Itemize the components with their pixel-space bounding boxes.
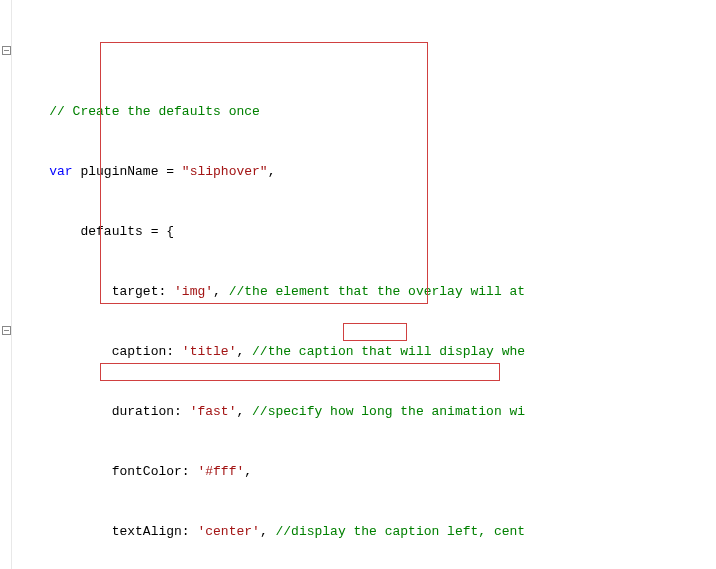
comment: //the caption that will display whe	[252, 344, 525, 359]
text: textAlign:	[112, 524, 198, 539]
text: target:	[112, 284, 174, 299]
string: 'img'	[174, 284, 213, 299]
text: ,	[236, 344, 252, 359]
text: ,	[236, 404, 252, 419]
string: 'center'	[197, 524, 259, 539]
code-editor[interactable]: // Create the defaults once var pluginNa…	[0, 0, 716, 569]
text: duration:	[112, 404, 190, 419]
text: ,	[213, 284, 229, 299]
text: ,	[268, 164, 276, 179]
text: defaults = {	[80, 224, 174, 239]
comment: // Create the defaults once	[49, 104, 260, 119]
code-area[interactable]: // Create the defaults once var pluginNa…	[18, 62, 716, 569]
string: "sliphover"	[182, 164, 268, 179]
comment: //display the caption left, cent	[275, 524, 525, 539]
string: 'fast'	[190, 404, 237, 419]
text: caption:	[112, 344, 182, 359]
comment: //specify how long the animation wi	[252, 404, 525, 419]
fold-marker-icon[interactable]	[2, 326, 11, 335]
comment: //the element that the overlay will at	[229, 284, 525, 299]
text: fontColor:	[112, 464, 198, 479]
text: ,	[244, 464, 252, 479]
string: '#fff'	[197, 464, 244, 479]
text: ,	[260, 524, 276, 539]
fold-marker-icon[interactable]	[2, 46, 11, 55]
text: pluginName =	[73, 164, 182, 179]
keyword-var: var	[49, 164, 72, 179]
gutter	[0, 0, 12, 569]
string: 'title'	[182, 344, 237, 359]
